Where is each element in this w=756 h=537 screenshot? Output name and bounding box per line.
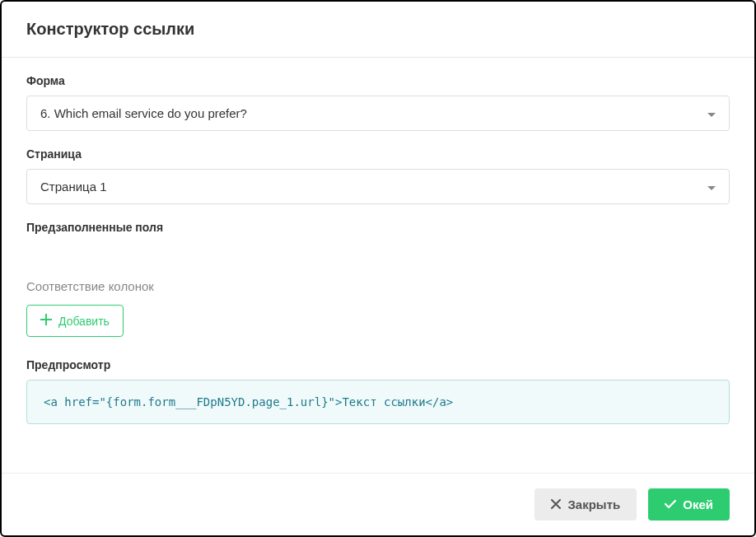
close-button-label: Закрыть: [567, 497, 620, 511]
preview-label: Предпросмотр: [26, 358, 730, 371]
caret-down-icon: [707, 180, 716, 194]
prefilled-fields-label: Предзаполненные поля: [26, 221, 730, 234]
modal-body: Форма 6. Which email service do you pref…: [2, 58, 754, 473]
preview-output[interactable]: <a href="{form.form___FDpN5YD.page_1.url…: [26, 380, 730, 424]
modal-header: Конструктор ссылки: [2, 2, 754, 58]
columns-group: Соответствие колонок: [26, 279, 730, 293]
form-label: Форма: [26, 74, 730, 87]
caret-down-icon: [707, 106, 716, 120]
ok-button[interactable]: Окей: [648, 488, 730, 521]
form-select-value: 6. Which email service do you prefer?: [40, 106, 247, 120]
form-field-group: Форма 6. Which email service do you pref…: [26, 74, 730, 131]
form-select[interactable]: 6. Which email service do you prefer?: [26, 96, 730, 131]
page-label: Страница: [26, 147, 730, 161]
ok-button-label: Окей: [683, 497, 713, 511]
add-button[interactable]: Добавить: [26, 305, 124, 337]
close-button[interactable]: Закрыть: [534, 488, 637, 521]
plus-icon: [40, 314, 52, 328]
add-button-label: Добавить: [58, 315, 110, 328]
close-icon: [551, 497, 561, 511]
page-select-value: Страница 1: [40, 180, 107, 194]
columns-label: Соответствие колонок: [26, 279, 730, 293]
modal-title: Конструктор ссылки: [26, 20, 730, 39]
check-icon: [665, 497, 676, 511]
preview-group: Предпросмотр <a href="{form.form___FDpN5…: [26, 358, 730, 424]
page-field-group: Страница Страница 1: [26, 147, 730, 204]
prefilled-fields-group: Предзаполненные поля: [26, 221, 730, 234]
link-builder-modal: Конструктор ссылки Форма 6. Which email …: [0, 0, 756, 537]
page-select[interactable]: Страница 1: [26, 169, 730, 204]
modal-footer: Закрыть Окей: [2, 473, 754, 535]
